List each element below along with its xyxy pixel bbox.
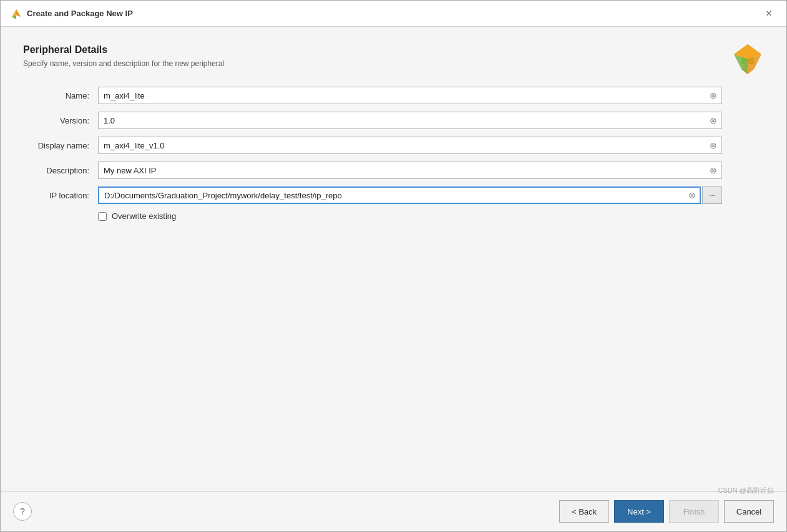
ip-location-wrapper: ⊗ ··· [98, 186, 722, 204]
display-name-input-wrapper: ⊗ [98, 137, 722, 154]
title-bar-left: Create and Package New IP [11, 8, 133, 19]
ip-location-input[interactable] [98, 186, 701, 204]
cancel-button[interactable]: Cancel [724, 500, 774, 523]
footer-left: ? [13, 502, 32, 521]
description-input-wrapper: ⊗ [98, 162, 722, 179]
name-input-wrapper: ⊗ [98, 87, 722, 104]
ip-location-browse-button[interactable]: ··· [702, 186, 722, 204]
name-label: Name: [23, 91, 98, 100]
name-clear-button[interactable]: ⊗ [707, 89, 720, 102]
display-name-row: Display name: ⊗ [23, 137, 764, 154]
finish-button[interactable]: Finish [669, 500, 719, 523]
ip-location-clear-button[interactable]: ⊗ [686, 189, 698, 201]
version-input-wrapper: ⊗ [98, 112, 722, 129]
footer: ? < Back Next > Finish Cancel [1, 491, 786, 531]
vivado-logo [731, 42, 764, 77]
dialog: Create and Package New IP × Peripheral D… [0, 0, 787, 532]
version-clear-button[interactable]: ⊗ [707, 114, 720, 127]
name-input[interactable] [98, 87, 722, 104]
name-row: Name: ⊗ [23, 87, 764, 104]
ip-location-row: IP location: ⊗ ··· [23, 186, 764, 204]
footer-right: < Back Next > Finish Cancel [559, 500, 774, 523]
svg-marker-1 [16, 9, 21, 17]
next-button[interactable]: Next > [614, 500, 664, 523]
content-area: Peripheral Details Specify name, version… [1, 27, 786, 491]
page-title: Peripheral Details [23, 44, 764, 56]
ip-location-input-container: ⊗ [98, 186, 701, 204]
form-area: Name: ⊗ Version: ⊗ Display name: [23, 87, 764, 221]
description-clear-button[interactable]: ⊗ [707, 164, 720, 177]
description-label: Description: [23, 166, 98, 175]
display-name-label: Display name: [23, 141, 98, 150]
page-subtitle: Specify name, version and description fo… [23, 59, 764, 68]
help-button[interactable]: ? [13, 502, 32, 521]
overwrite-row: Overwrite existing [98, 211, 764, 221]
description-input[interactable] [98, 162, 722, 179]
watermark: CSDN @高阶近似 [718, 486, 774, 495]
display-name-input[interactable] [98, 137, 722, 154]
version-label: Version: [23, 116, 98, 125]
close-button[interactable]: × [761, 6, 776, 21]
ip-location-label: IP location: [23, 191, 98, 200]
overwrite-text: Overwrite existing [112, 211, 176, 221]
back-button[interactable]: < Back [559, 500, 609, 523]
version-row: Version: ⊗ [23, 112, 764, 129]
vivado-title-icon [11, 8, 22, 19]
dialog-title: Create and Package New IP [27, 9, 133, 18]
title-bar: Create and Package New IP × [1, 1, 786, 27]
page-header: Peripheral Details Specify name, version… [23, 44, 764, 68]
logo-area [731, 42, 764, 79]
display-name-clear-button[interactable]: ⊗ [707, 139, 720, 152]
overwrite-checkbox[interactable] [98, 212, 107, 221]
description-row: Description: ⊗ [23, 162, 764, 179]
version-input[interactable] [98, 112, 722, 129]
overwrite-label[interactable]: Overwrite existing [98, 211, 176, 221]
